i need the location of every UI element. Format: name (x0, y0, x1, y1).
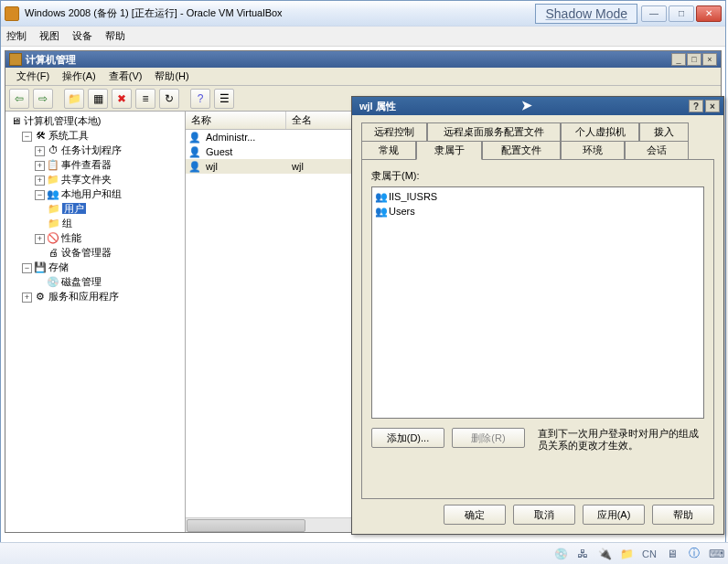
disk-indicator-icon[interactable]: 💿 (554, 548, 567, 560)
expand-toggle[interactable]: + (35, 234, 45, 244)
hint-text: 直到下一次用户登录时对用户的组成员关系的更改才生效。 (532, 428, 704, 452)
usb-indicator-icon[interactable]: 🔌 (598, 548, 611, 560)
menu-control[interactable]: 控制 (6, 29, 27, 43)
tab-general[interactable]: 常规 (361, 141, 416, 160)
tree-pane[interactable]: 🖥计算机管理(本地) −🛠系统工具 +⏱任务计划程序 +📋事件查看器 +📁共享文… (5, 112, 186, 532)
mmc-titlebar[interactable]: 计算机管理 _ □ × (5, 51, 721, 68)
tree-device-mgr[interactable]: 设备管理器 (61, 247, 112, 258)
tree-users[interactable]: 用户 (62, 203, 86, 214)
properties-button[interactable] (135, 89, 155, 109)
mmc-menu-file[interactable]: 文件(F) (11, 68, 55, 85)
forward-button[interactable] (33, 89, 53, 109)
ok-button[interactable]: 确定 (444, 505, 506, 525)
vbox-icon (5, 6, 19, 21)
tab-row-2: 常规 隶属于 配置文件 环境 会话 (361, 141, 714, 160)
expand-toggle[interactable]: + (35, 146, 45, 156)
shared-folder-icon[interactable]: 📁 (620, 548, 633, 560)
tree-task-scheduler[interactable]: 任务计划程序 (61, 144, 122, 155)
collapse-toggle[interactable]: − (22, 132, 32, 142)
shadow-mode-badge[interactable]: Shadow Mode (535, 4, 637, 24)
dialog-buttons: 确定 取消 应用(A) 帮助 (444, 505, 714, 525)
mmc-minimize-button[interactable]: _ (671, 53, 686, 66)
tab-content: 隶属于(M): 👥 IIS_IUSRS 👥 Users 添加(D)... 删除(… (361, 159, 714, 499)
group-icon: 👥 (374, 206, 389, 218)
menu-view[interactable]: 视图 (39, 29, 59, 43)
tree-performance[interactable]: 性能 (61, 232, 81, 243)
help-button[interactable] (190, 89, 210, 109)
tab-remote-control[interactable]: 远程控制 (361, 122, 427, 141)
expand-toggle[interactable]: + (22, 293, 32, 303)
tree-disk-mgmt[interactable]: 磁盘管理 (61, 276, 102, 287)
scrollbar-thumb[interactable] (187, 519, 305, 532)
refresh-button[interactable] (159, 89, 179, 109)
props-help-button[interactable]: ? (689, 100, 703, 112)
remove-button[interactable]: 删除(R) (452, 428, 525, 448)
list-button[interactable] (214, 89, 234, 109)
props-title: wjl 属性 (356, 100, 512, 113)
network-indicator-icon[interactable]: 🖧 (576, 548, 589, 560)
props-close-button[interactable]: × (705, 100, 720, 112)
tree-groups[interactable]: 组 (62, 218, 72, 229)
expand-toggle[interactable]: + (35, 161, 45, 171)
close-button[interactable]: ✕ (696, 5, 722, 22)
col-name[interactable]: 名称 (186, 112, 286, 129)
add-button[interactable]: 添加(D)... (371, 428, 444, 448)
tab-environment[interactable]: 环境 (561, 141, 625, 160)
info-icon[interactable]: ⓘ (688, 548, 701, 560)
tree-services[interactable]: 服务和应用程序 (48, 291, 119, 302)
mmc-close-button[interactable]: × (702, 53, 717, 66)
tree-local-users[interactable]: 本地用户和组 (61, 188, 122, 199)
user-name: wjl (204, 161, 286, 172)
list-item[interactable]: 👥 IIS_IUSRS (374, 189, 701, 204)
tab-rds-profile[interactable]: 远程桌面服务配置文件 (427, 122, 561, 141)
collapse-toggle[interactable]: − (35, 190, 45, 200)
memberof-label: 隶属于(M): (371, 169, 704, 183)
mmc-menu-help[interactable]: 帮助(H) (149, 68, 194, 85)
mmc-maximize-button[interactable]: □ (687, 53, 701, 66)
expand-toggle[interactable]: + (35, 176, 45, 186)
share-icon: 📁 (47, 172, 59, 186)
menu-devices[interactable]: 设备 (72, 29, 92, 43)
services-icon: ⚙ (34, 289, 47, 303)
menu-help[interactable]: 帮助 (105, 29, 125, 43)
user-name: Guest (204, 146, 286, 157)
help-button[interactable]: 帮助 (652, 505, 714, 525)
tree-event-viewer[interactable]: 事件查看器 (61, 159, 112, 170)
user-fullname: wjl (286, 161, 304, 172)
tree-shared-folders[interactable]: 共享文件夹 (61, 174, 112, 185)
cancel-button[interactable]: 取消 (513, 505, 575, 525)
host-key-icon[interactable]: ⌨ (710, 548, 723, 560)
delete-button[interactable] (112, 89, 132, 109)
user-name: Administr... (204, 132, 286, 143)
virtualbox-window: Windows 2008 (备份 1) [正在运行] - Oracle VM V… (0, 0, 726, 562)
ime-indicator[interactable]: CN (642, 548, 657, 559)
tab-dialin[interactable]: 拨入 (639, 122, 689, 141)
tab-profile[interactable]: 配置文件 (482, 141, 561, 160)
mmc-icon (9, 53, 22, 66)
folder-icon: 📁 (48, 201, 60, 216)
tree-storage[interactable]: 存储 (48, 261, 69, 272)
apply-button[interactable]: 应用(A) (583, 505, 645, 525)
props-titlebar[interactable]: wjl 属性 ➤ ? × (352, 97, 723, 115)
tab-memberof[interactable]: 隶属于 (416, 141, 482, 160)
task-icon: ⏱ (47, 143, 59, 157)
vbox-titlebar[interactable]: Windows 2008 (备份 1) [正在运行] - Oracle VM V… (1, 1, 725, 27)
collapse-toggle[interactable]: − (22, 263, 32, 273)
tab-sessions[interactable]: 会话 (625, 141, 689, 160)
minimize-button[interactable]: — (641, 5, 667, 22)
up-button[interactable] (64, 89, 84, 109)
mmc-menu-view[interactable]: 查看(V) (103, 68, 148, 85)
tab-row-1: 远程控制 远程桌面服务配置文件 个人虚拟机 拨入 (361, 122, 714, 141)
memberof-list[interactable]: 👥 IIS_IUSRS 👥 Users (371, 186, 704, 419)
users-icon: 👥 (47, 186, 59, 201)
back-button[interactable] (9, 89, 29, 109)
mmc-menu-action[interactable]: 操作(A) (57, 68, 102, 85)
vbox-menubar: 控制 视图 设备 帮助 (1, 27, 725, 47)
tree-system-tools[interactable]: 系统工具 (48, 130, 89, 141)
tree-root[interactable]: 计算机管理(本地) (24, 115, 101, 126)
view-grid-button[interactable] (88, 89, 108, 109)
tab-personal-vm[interactable]: 个人虚拟机 (561, 122, 639, 141)
maximize-button[interactable]: □ (669, 5, 694, 22)
list-item[interactable]: 👥 Users (374, 204, 701, 218)
display-indicator-icon[interactable]: 🖥 (666, 548, 679, 560)
